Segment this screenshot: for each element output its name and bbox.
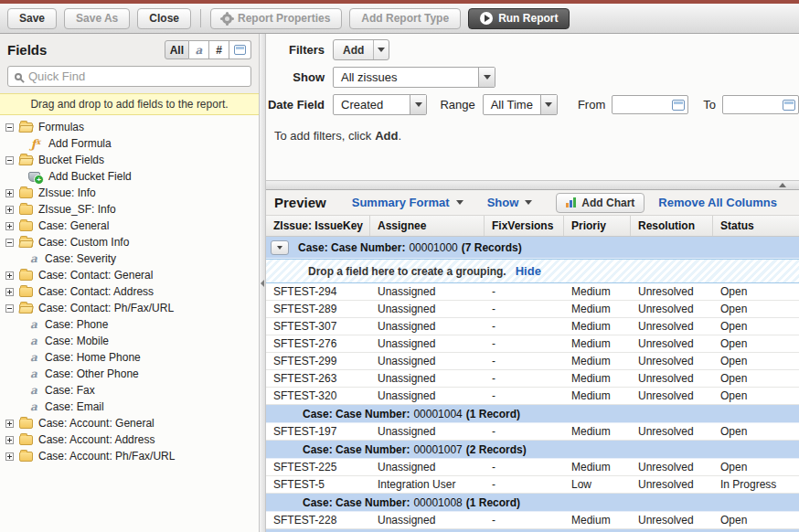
show-select[interactable]: All zissues	[333, 67, 495, 88]
filter-date-button[interactable]	[229, 40, 251, 59]
chevron-down-icon[interactable]	[540, 95, 557, 114]
table-row[interactable]: SFTEST-320 Unassigned - Medium Unresolve…	[266, 388, 799, 405]
collapse-up-arrow-icon[interactable]	[779, 183, 786, 187]
table-row[interactable]: SFTEST-307 Unassigned - Medium Unresolve…	[266, 318, 799, 335]
cell-assignee: Unassigned	[370, 318, 485, 335]
save-as-button[interactable]: Save As	[64, 8, 130, 29]
expand-icon[interactable]	[5, 452, 14, 461]
chevron-down-icon[interactable]	[410, 95, 426, 114]
grouping-drop-zone[interactable]: Drop a field here to create a grouping. …	[266, 259, 799, 283]
tree-label: Case: Account: Ph/Fax/URL	[38, 450, 175, 463]
cell-status: Open	[713, 318, 799, 335]
filter-number-button[interactable]: #	[209, 40, 229, 59]
folder-open-icon	[19, 155, 33, 165]
column-header-issuekey[interactable]: ZIssue: IssueKey	[266, 216, 370, 236]
expand-icon[interactable]	[5, 420, 14, 428]
tree-folder-case-general[interactable]: Case: General	[0, 218, 259, 234]
group-menu-button[interactable]	[271, 240, 289, 255]
tree-field-case-home-phone[interactable]: Case: Home Phone	[0, 349, 259, 366]
collapse-icon[interactable]	[5, 123, 14, 132]
tree-folder-case-contact-address[interactable]: Case: Contact: Address	[0, 283, 259, 300]
collapse-left-arrow-icon[interactable]	[261, 280, 264, 287]
tree-folder-case-contact-phfaxurl[interactable]: Case: Contact: Ph/Fax/URL	[0, 300, 259, 316]
tree-folder-zissue-info[interactable]: ZIssue: Info	[0, 185, 259, 201]
calendar-icon[interactable]	[672, 100, 685, 111]
tree-item-add-bucket-field[interactable]: Add Bucket Field	[0, 168, 259, 185]
group-header[interactable]: Case: Case Number: 00001008 (1 Record)	[266, 494, 799, 512]
cell-prioriy: Low	[564, 476, 631, 493]
table-row[interactable]: SFTEST-5 Integration User - Low Unresolv…	[266, 476, 799, 494]
column-header-status[interactable]: Status	[713, 216, 799, 236]
table-row[interactable]: SFTEST-225 Unassigned - Medium Unresolve…	[266, 459, 799, 476]
expand-icon[interactable]	[5, 206, 14, 214]
table-row[interactable]: SFTEST-197 Unassigned - Medium Unresolve…	[266, 423, 799, 441]
show-dropdown[interactable]: Show	[487, 196, 533, 209]
group-header[interactable]: Case: Case Number: 00001000 (7 Records)	[266, 237, 799, 259]
group-header[interactable]: Case: Case Number: 00001007 (2 Records)	[266, 441, 799, 459]
tree-field-case-phone[interactable]: Case: Phone	[0, 316, 259, 333]
expand-icon[interactable]	[5, 288, 14, 296]
calendar-icon[interactable]	[783, 100, 795, 111]
report-properties-button[interactable]: Report Properties	[210, 8, 342, 29]
tree-folder-case-account-address[interactable]: Case: Account: Address	[0, 431, 259, 448]
table-row[interactable]: SFTEST-289 Unassigned - Medium Unresolve…	[266, 301, 799, 318]
remove-all-columns-link[interactable]: Remove All Columns	[658, 196, 777, 209]
save-button[interactable]: Save	[7, 8, 57, 29]
filter-text-button[interactable]: a	[189, 40, 209, 59]
folder-icon	[19, 188, 33, 198]
column-header-prioriy[interactable]: Prioriy	[564, 216, 631, 236]
column-header-assignee[interactable]: Assignee	[370, 216, 485, 236]
tree-label: Formulas	[38, 121, 84, 133]
expand-icon[interactable]	[5, 189, 14, 197]
date-field-select[interactable]: Created	[333, 94, 427, 115]
close-button[interactable]: Close	[137, 8, 191, 29]
tree-field-case-fax[interactable]: Case: Fax	[0, 382, 259, 399]
tree-folder-zissue-sf-info[interactable]: ZIssue_SF: Info	[0, 201, 259, 218]
group-value: 00001000	[409, 241, 457, 254]
column-header-resolution[interactable]: Resolution	[631, 216, 713, 236]
expand-icon[interactable]	[5, 436, 14, 444]
tree-field-case-mobile[interactable]: Case: Mobile	[0, 333, 259, 349]
tree-folder-case-account-general[interactable]: Case: Account: General	[0, 415, 259, 431]
tree-folder-formulas[interactable]: Formulas	[0, 119, 259, 135]
horizontal-splitter[interactable]	[266, 180, 799, 190]
column-header-fixversions[interactable]: FixVersions	[485, 216, 564, 236]
vertical-splitter[interactable]	[259, 34, 266, 532]
run-report-button[interactable]: Run Report	[468, 8, 570, 29]
add-chart-button[interactable]: Add Chart	[556, 193, 645, 213]
collapse-icon[interactable]	[5, 239, 14, 247]
expand-icon[interactable]	[5, 271, 14, 280]
tree-folder-bucket-fields[interactable]: Bucket Fields	[0, 152, 259, 168]
tree-field-case-other-phone[interactable]: Case: Other Phone	[0, 366, 259, 382]
folder-icon	[19, 221, 33, 231]
chevron-down-icon[interactable]	[478, 68, 495, 87]
collapse-icon[interactable]	[5, 156, 14, 165]
tree-field-case-severity[interactable]: Case: Severity	[0, 250, 259, 267]
add-filter-button[interactable]: Add	[333, 39, 389, 60]
tree-folder-case-custom-info[interactable]: Case: Custom Info	[0, 234, 259, 250]
tree-item-add-formula[interactable]: Add Formula	[0, 135, 259, 152]
tree-field-case-email[interactable]: Case: Email	[0, 399, 259, 415]
table-row[interactable]: SFTEST-263 Unassigned - Medium Unresolve…	[266, 370, 799, 388]
filters-panel: Filters Add Show All zissues Date Field …	[266, 34, 799, 180]
add-report-type-button[interactable]: Add Report Type	[349, 8, 461, 29]
summary-format-dropdown[interactable]: Summary Format	[352, 196, 463, 209]
collapse-icon[interactable]	[5, 304, 14, 313]
table-row[interactable]: SFTEST-276 Unassigned - Medium Unresolve…	[266, 335, 799, 353]
filter-all-button[interactable]: All	[165, 40, 189, 59]
range-select[interactable]: All Time	[483, 94, 558, 115]
table-row[interactable]: SFTEST-299 Unassigned - Medium Unresolve…	[266, 353, 799, 370]
folder-icon	[19, 287, 33, 297]
table-row[interactable]: SFTEST-228 Unassigned - Medium Unresolve…	[266, 512, 799, 529]
expand-icon[interactable]	[5, 222, 14, 230]
table-row[interactable]: SFTEST-294 Unassigned - Medium Unresolve…	[266, 283, 799, 301]
quick-find-input[interactable]	[28, 69, 244, 83]
tree-label: Case: Home Phone	[45, 351, 141, 364]
group-header[interactable]: Case: Case Number: 00001004 (1 Record)	[266, 405, 799, 423]
text-field-icon	[28, 318, 39, 331]
tree-folder-case-account-phfaxurl[interactable]: Case: Account: Ph/Fax/URL	[0, 448, 259, 464]
tree-folder-case-contact-general[interactable]: Case: Contact: General	[0, 267, 259, 283]
cell-prioriy: Medium	[564, 335, 631, 352]
hide-link[interactable]: Hide	[516, 264, 541, 278]
chevron-down-icon[interactable]	[373, 40, 389, 59]
